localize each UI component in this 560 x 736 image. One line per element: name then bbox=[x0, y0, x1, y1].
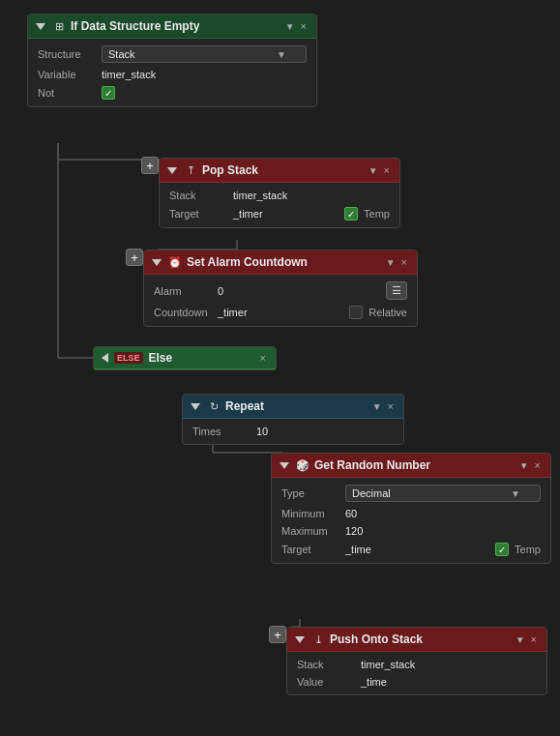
else-header[interactable]: ELSE Else × bbox=[94, 347, 276, 369]
times-label: Times bbox=[192, 426, 251, 437]
value-value: _time bbox=[361, 676, 387, 688]
repeat-node: ↻ Repeat ▼ × Times 10 bbox=[182, 394, 404, 445]
times-row: Times 10 bbox=[183, 423, 403, 440]
stack-label: Stack bbox=[297, 659, 355, 670]
type-select[interactable]: Decimal ▼ bbox=[345, 485, 541, 502]
countdown-row: Countdown _timer Relative bbox=[144, 303, 417, 322]
collapse-icon bbox=[280, 462, 289, 469]
set-alarm-header[interactable]: ⏰ Set Alarm Countdown ▼ × bbox=[144, 250, 417, 275]
close-button[interactable]: × bbox=[386, 400, 396, 412]
dropdown-arrow[interactable]: ▼ bbox=[285, 21, 295, 32]
alarm-value: 0 bbox=[218, 285, 223, 297]
close-button[interactable]: × bbox=[299, 20, 309, 32]
if-data-structure-node: ⊞ If Data Structure Empty ▼ × Structure … bbox=[27, 14, 317, 107]
node-icon: ⤓ bbox=[310, 632, 326, 647]
maximum-row: Maximum 120 bbox=[272, 522, 550, 540]
variable-value: timer_stack bbox=[102, 69, 156, 80]
temp-label: Temp bbox=[364, 208, 390, 220]
push-stack-header[interactable]: ⤓ Push Onto Stack ▼ × bbox=[287, 628, 546, 652]
alarm-label: Alarm bbox=[154, 285, 212, 297]
dropdown-arrow[interactable]: ▼ bbox=[386, 257, 396, 268]
not-checkbox[interactable]: ✓ bbox=[102, 86, 115, 100]
minimum-row: Minimum 60 bbox=[272, 505, 550, 522]
collapse-icon bbox=[295, 636, 305, 643]
node-title: Pop Stack bbox=[202, 163, 365, 177]
maximum-label: Maximum bbox=[281, 525, 339, 537]
repeat-header[interactable]: ↻ Repeat ▼ × bbox=[183, 395, 403, 419]
not-row: Not ✓ bbox=[28, 83, 316, 103]
node-title: Get Random Number bbox=[314, 458, 516, 472]
dropdown-arrow[interactable]: ▼ bbox=[368, 165, 378, 176]
close-button[interactable]: × bbox=[399, 256, 409, 268]
relative-label: Relative bbox=[368, 307, 407, 318]
type-label: Type bbox=[281, 487, 339, 499]
node-title: Else bbox=[149, 351, 254, 365]
structure-row: Structure Stack ▼ bbox=[28, 43, 316, 66]
stack-row: Stack timer_stack bbox=[160, 187, 399, 204]
node-body: Type Decimal ▼ Minimum 60 Maximum 120 Ta… bbox=[272, 478, 550, 563]
target-row: Target _time ✓ Temp bbox=[272, 540, 550, 559]
node-icon: ⊞ bbox=[51, 18, 67, 34]
node-body: Stack timer_stack Target _timer ✓ Temp bbox=[160, 183, 399, 227]
get-random-node: 🎲 Get Random Number ▼ × Type Decimal ▼ M… bbox=[271, 453, 551, 564]
node-title: Push Onto Stack bbox=[330, 633, 512, 646]
stack-row: Stack timer_stack bbox=[287, 656, 546, 673]
node-icon: ↻ bbox=[206, 398, 221, 414]
dropdown-arrow[interactable]: ▼ bbox=[519, 460, 529, 471]
node-icon: 🎲 bbox=[295, 457, 310, 473]
minimum-label: Minimum bbox=[281, 508, 339, 519]
node-icon: ⏰ bbox=[167, 254, 183, 270]
temp-checkbox[interactable]: ✓ bbox=[495, 543, 509, 556]
node-icon: ⤒ bbox=[183, 162, 198, 178]
collapse-icon bbox=[36, 23, 45, 30]
alarm-picker-button[interactable]: ☰ bbox=[386, 281, 407, 300]
maximum-value: 120 bbox=[345, 525, 363, 537]
stack-label: Stack bbox=[169, 190, 227, 201]
countdown-value: _timer bbox=[218, 307, 248, 318]
add-before-push-button[interactable]: + bbox=[269, 626, 286, 643]
add-before-pop-button[interactable]: + bbox=[141, 157, 159, 174]
countdown-label: Countdown bbox=[154, 307, 212, 318]
collapse-icon bbox=[152, 259, 162, 266]
node-title: Repeat bbox=[225, 399, 368, 413]
pop-stack-node: ⤒ Pop Stack ▼ × Stack timer_stack Target… bbox=[159, 158, 400, 228]
minimum-value: 60 bbox=[345, 508, 357, 519]
get-random-header[interactable]: 🎲 Get Random Number ▼ × bbox=[272, 454, 550, 478]
target-value: _time bbox=[345, 544, 371, 555]
stack-value: timer_stack bbox=[233, 190, 287, 201]
if-data-structure-header[interactable]: ⊞ If Data Structure Empty ▼ × bbox=[28, 15, 316, 39]
stack-value: timer_stack bbox=[361, 659, 415, 670]
temp-label: Temp bbox=[515, 544, 541, 555]
else-badge: ELSE bbox=[114, 352, 143, 364]
set-alarm-node: ⏰ Set Alarm Countdown ▼ × Alarm 0 ☰ Coun… bbox=[143, 250, 418, 327]
collapse-icon bbox=[191, 403, 200, 410]
pop-stack-header[interactable]: ⤒ Pop Stack ▼ × bbox=[160, 159, 399, 183]
relative-checkbox[interactable] bbox=[349, 306, 363, 319]
dropdown-arrow[interactable]: ▼ bbox=[516, 634, 525, 645]
structure-label: Structure bbox=[38, 48, 96, 60]
node-body: Alarm 0 ☰ Countdown _timer Relative bbox=[144, 275, 417, 326]
temp-checkbox[interactable]: ✓ bbox=[344, 207, 358, 221]
close-button[interactable]: × bbox=[258, 352, 268, 364]
value-row: Value _time bbox=[287, 673, 546, 691]
close-button[interactable]: × bbox=[529, 633, 539, 645]
close-button[interactable]: × bbox=[382, 164, 392, 176]
node-title: If Data Structure Empty bbox=[71, 19, 281, 33]
node-body: Stack timer_stack Value _time bbox=[287, 652, 546, 694]
structure-select[interactable]: Stack ▼ bbox=[102, 45, 307, 63]
times-value: 10 bbox=[256, 426, 268, 437]
dropdown-arrow[interactable]: ▼ bbox=[372, 401, 382, 412]
node-body: Times 10 bbox=[183, 419, 403, 444]
type-row: Type Decimal ▼ bbox=[272, 482, 550, 505]
else-node: ELSE Else × bbox=[93, 346, 277, 370]
variable-label: Variable bbox=[38, 69, 96, 80]
close-button[interactable]: × bbox=[533, 459, 543, 471]
collapse-icon bbox=[167, 167, 177, 174]
value-label: Value bbox=[297, 676, 355, 688]
node-title: Set Alarm Countdown bbox=[187, 255, 382, 269]
target-row: Target _timer ✓ Temp bbox=[160, 204, 399, 223]
target-value: _timer bbox=[233, 208, 263, 220]
push-stack-node: ⤓ Push Onto Stack ▼ × Stack timer_stack … bbox=[286, 627, 547, 695]
add-before-alarm-button[interactable]: + bbox=[126, 249, 143, 266]
variable-row: Variable timer_stack bbox=[28, 66, 316, 83]
